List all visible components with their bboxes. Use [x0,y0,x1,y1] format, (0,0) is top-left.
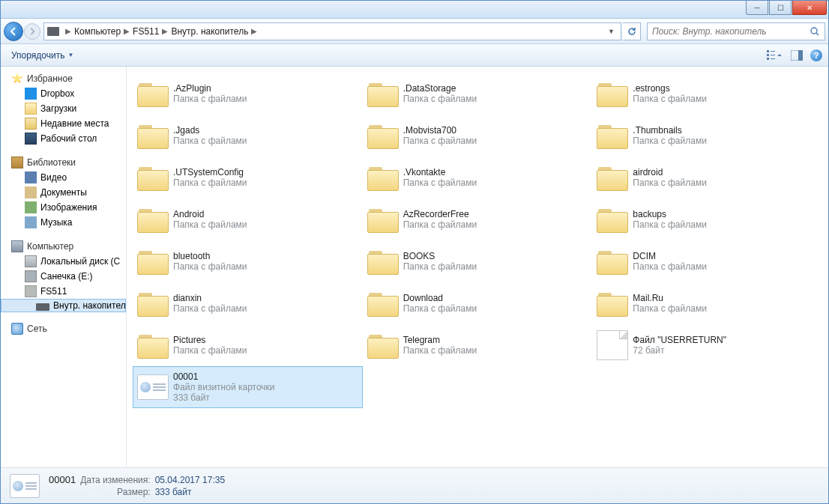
file-item[interactable]: .AzPluginПапка с файлами [133,73,363,115]
preview-pane-button[interactable] [791,50,803,61]
item-sub: Папка с файлами [633,303,707,314]
item-name: .Mobvista700 [403,125,477,136]
address-dropdown[interactable]: ▼ [605,28,618,35]
folder-icon [367,290,399,317]
storage-icon [36,303,49,311]
item-name: airdroid [633,167,707,177]
sidebar-pictures[interactable]: Изображения [1,200,126,215]
sidebar-video[interactable]: Видео [1,170,126,185]
address-bar[interactable]: ▶ Компьютер▶ FS511▶ Внутр. накопитель▶ ▼ [43,22,621,40]
file-item[interactable]: 00001Файл визитной карточки333 байт [133,366,363,408]
sidebar-music[interactable]: Музыка [1,215,126,230]
folder-icon [597,80,628,107]
file-item[interactable]: Файл "USERRETURN"72 байт [592,324,822,366]
sidebar-recent[interactable]: Недавние места [1,116,126,131]
file-item[interactable]: AzRecorderFreeПапка с файлами [363,198,593,240]
file-item[interactable]: .Mobvista700Папка с файлами [363,115,593,157]
file-item[interactable]: .UTSystemConfigПапка с файлами [133,157,363,198]
sidebar-downloads[interactable]: Загрузки [1,101,126,116]
favorites-head[interactable]: Избранное [1,71,126,86]
pictures-icon [25,201,37,213]
help-button[interactable]: ? [810,49,822,61]
status-file-name: 00001 [49,474,76,485]
help-icon: ? [810,49,822,61]
item-sub: Папка с файлами [633,177,707,188]
forward-button[interactable] [24,23,40,40]
file-item[interactable]: airdroidПапка с файлами [592,157,822,198]
file-item[interactable]: .estrongsПапка с файлами [592,73,822,115]
folder-icon [137,206,169,233]
close-button[interactable]: ✕ [792,1,827,15]
folder-icon [137,122,169,149]
item-name: .Thumbnails [633,125,707,136]
toolbar: Упорядочить▼ ? [1,44,828,67]
view-button[interactable] [767,49,783,61]
crumb-storage[interactable]: Внутр. накопитель▶ [171,26,260,37]
sidebar-dropbox[interactable]: Dropbox [1,86,126,101]
folder-icon [597,206,628,233]
sidebar-drive-e[interactable]: Санечка (E:) [1,269,126,284]
sidebar-desktop[interactable]: Рабочий стол [1,131,126,146]
network-head[interactable]: Сеть [1,321,126,336]
item-sub: Папка с файлами [633,94,707,104]
svg-rect-3 [767,54,769,56]
crumb-fs511[interactable]: FS511▶ [133,26,171,37]
item-sub: Папка с файлами [633,219,707,230]
item-sub: Папка с файлами [403,345,477,356]
libraries-icon [11,157,23,168]
libraries-head[interactable]: Библиотеки [1,155,126,170]
item-sub: Папка с файлами [633,136,707,146]
file-item[interactable]: AndroidПапка с файлами [133,198,363,240]
item-name: .DataStorage [403,83,477,94]
sidebar-fs511[interactable]: FS511 [1,284,126,299]
file-item[interactable]: .VkontakteПапка с файлами [363,157,593,198]
file-item[interactable]: TelegramПапка с файлами [363,324,593,366]
crumb-computer[interactable]: Компьютер▶ [74,26,133,37]
computer-head[interactable]: Компьютер [1,239,126,254]
file-item[interactable]: DownloadПапка с файлами [363,282,593,324]
folder-icon [597,248,628,275]
sidebar-documents[interactable]: Документы [1,185,126,200]
back-button[interactable] [4,22,23,41]
item-sub: Папка с файлами [403,94,477,104]
file-icon [597,330,628,360]
file-item[interactable]: .ThumbnailsПапка с файлами [592,115,822,157]
status-size-value: 333 байт [155,487,225,497]
svg-rect-6 [771,58,775,59]
item-name: dianxin [173,293,247,303]
crumb-sep[interactable]: ▶ [62,27,74,35]
folder-icon [137,248,169,275]
navbar: ▶ Компьютер▶ FS511▶ Внутр. накопитель▶ ▼ [1,19,828,44]
folder-icon [367,332,399,359]
file-item[interactable]: .DataStorageПапка с файлами [363,73,593,115]
organize-button[interactable]: Упорядочить▼ [7,48,78,63]
status-size-label: Размер: [80,487,151,497]
maximize-button[interactable]: ☐ [769,1,792,15]
svg-rect-2 [771,51,775,52]
refresh-button[interactable] [623,22,641,40]
file-item[interactable]: bluetoothПапка с файлами [133,240,363,282]
sidebar-internal-storage[interactable]: Внутр. накопител [1,299,126,312]
folder-icon [137,290,169,317]
search-box[interactable] [647,22,825,40]
star-icon [11,73,23,85]
minimize-button[interactable]: ─ [746,1,768,15]
device-icon [25,285,37,297]
sidebar-local-c[interactable]: Локальный диск (C [1,254,126,269]
file-item[interactable]: dianxinПапка с файлами [133,282,363,324]
dropbox-icon [25,88,37,100]
search-input[interactable] [652,26,810,37]
file-item[interactable]: DCIMПапка с файлами [592,240,822,282]
file-item[interactable]: Mail.RuПапка с файлами [592,282,822,324]
item-name: Android [173,209,247,219]
file-item[interactable]: BOOKSПапка с файлами [363,240,593,282]
music-icon [25,216,37,228]
file-item[interactable]: backupsПапка с файлами [592,198,822,240]
item-name: .estrongs [633,83,707,94]
item-sub: Папка с файлами [173,136,247,146]
item-name: .Vkontakte [403,167,477,177]
item-sub: Папка с файлами [403,219,477,230]
video-icon [25,171,37,183]
file-item[interactable]: .JgadsПапка с файлами [133,115,363,157]
file-item[interactable]: PicturesПапка с файлами [133,324,363,366]
